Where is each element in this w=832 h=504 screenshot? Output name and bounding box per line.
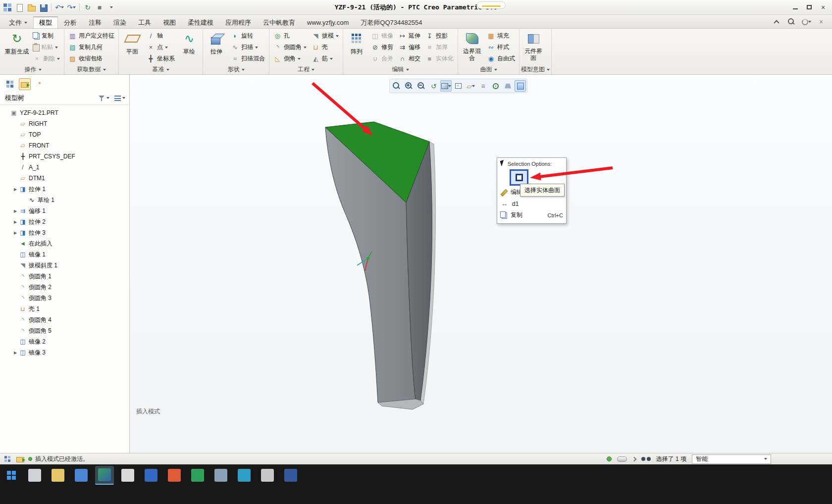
tab-tools[interactable]: 工具 [132, 16, 157, 28]
round-button[interactable]: ◝倒圆角 [271, 42, 309, 53]
popup-item-copy[interactable]: 复制 Ctrl+C [497, 209, 566, 221]
tree-item-mirror-2[interactable]: ◫镜像 2 [0, 336, 129, 347]
tree-settings-button[interactable] [114, 96, 125, 101]
tab-yzf-qq[interactable]: 万老师QQ734482554 [355, 16, 428, 28]
select-solid-surface-button[interactable] [510, 169, 528, 186]
offset-button[interactable]: ⇉偏移 [396, 42, 423, 53]
start-button[interactable] [2, 466, 21, 485]
tree-item-top-plane[interactable]: ▱TOP [0, 129, 129, 140]
udf-button[interactable]: ▥用户定义特征 [66, 30, 117, 42]
extrude-button[interactable]: 拉伸 [205, 29, 228, 56]
tree-item-round-4[interactable]: ◝倒圆角 4 [0, 314, 129, 325]
rib-button[interactable]: ◭筋 [309, 53, 341, 64]
boundary-blend-button[interactable]: 边界混合 [460, 29, 484, 62]
datum-point-button[interactable]: ×点 [144, 42, 177, 53]
group-label-shapes[interactable]: 形状 [205, 65, 267, 74]
expander-icon[interactable]: ▶ [12, 351, 19, 355]
tree-item-offset-1[interactable]: ▶⇉偏移 1 [0, 205, 129, 216]
toggle-browser-button[interactable] [15, 454, 25, 464]
copy-button[interactable]: 复制 [30, 30, 62, 42]
tree-item-sketch-1[interactable]: ∿草绘 1 [0, 195, 129, 205]
folder-navigator-button[interactable] [19, 78, 31, 90]
tree-item-round-5[interactable]: ◝倒圆角 5 [0, 325, 129, 336]
redo-button[interactable]: ↷ [66, 2, 77, 13]
regenerate-button[interactable]: ↻ 重新生成 [3, 29, 30, 56]
tree-item-front-plane[interactable]: ▱FRONT [0, 140, 129, 151]
tab-analysis[interactable]: 分析 [58, 16, 83, 28]
intersect-button[interactable]: ∩相交 [396, 53, 423, 64]
close-button[interactable]: × [816, 2, 830, 12]
tree-item-insert-here[interactable]: ◄在此插入 [0, 238, 129, 249]
group-label-get-data[interactable]: 获取数据 [66, 65, 117, 74]
tab-view[interactable]: 视图 [157, 16, 182, 28]
shrinkwrap-button[interactable]: ▨收缩包络 [66, 53, 117, 64]
tab-yzf-site[interactable]: www.yzfjy.com [301, 16, 355, 28]
repaint-button[interactable]: ↺ [428, 80, 439, 92]
extend-button[interactable]: ↦延伸 [396, 30, 423, 42]
revolve-button[interactable]: ◗旋转 [228, 30, 267, 42]
model-viewport[interactable] [130, 75, 832, 453]
saved-orientations-button[interactable] [453, 80, 464, 92]
trim-button[interactable]: ⊘修剪 [368, 42, 396, 53]
taskbar-app-icon[interactable] [258, 466, 277, 485]
solidify-button[interactable]: ■实体化 [423, 53, 456, 64]
expander-icon[interactable]: ▶ [12, 220, 19, 224]
project-button[interactable]: ↧投影 [423, 30, 456, 42]
window-switch-button[interactable]: ■ [94, 2, 105, 13]
popup-item-dimension[interactable]: ↔ d1 [497, 198, 566, 209]
group-label-engineering[interactable]: 工程 [271, 65, 341, 74]
group-label-operations[interactable]: 操作 [3, 65, 62, 74]
swept-blend-button[interactable]: ≈扫描混合 [228, 53, 267, 64]
sync-button[interactable] [801, 17, 811, 26]
save-button[interactable] [38, 2, 49, 13]
app-menu-button[interactable] [2, 2, 13, 13]
fill-button[interactable]: ▦填充 [484, 30, 518, 42]
tab-yzf-edu[interactable]: 云中帆教育 [257, 16, 301, 28]
regenerate-quick-button[interactable]: ↻ [82, 2, 93, 13]
tree-item-round-1[interactable]: ◝倒圆角 1 [0, 271, 129, 282]
find-icon[interactable] [641, 456, 651, 462]
tree-item-shell-1[interactable]: ⊔壳 1 [0, 303, 129, 314]
tree-item-csys[interactable]: ╋PRT_CSYS_DEF [0, 151, 129, 162]
tab-annotate[interactable]: 注释 [83, 16, 107, 28]
display-style-button[interactable] [440, 80, 452, 92]
mirror-button[interactable]: ◫镜像 [368, 30, 396, 42]
taskbar-app-icon[interactable] [211, 466, 230, 485]
tree-item-mirror-1[interactable]: ◫镜像 1 [0, 249, 129, 260]
group-label-datum[interactable]: 基准 [120, 65, 201, 74]
tree-item-round-3[interactable]: ◝倒圆角 3 [0, 293, 129, 303]
undo-button[interactable]: ↶ [54, 2, 65, 13]
paste-button[interactable]: 粘贴 [30, 42, 62, 53]
thicken-button[interactable]: ≡加厚 [423, 42, 456, 53]
group-label-editing[interactable]: 编辑 [345, 65, 456, 74]
maximize-button[interactable] [802, 2, 816, 12]
tab-render[interactable]: 渲染 [107, 16, 132, 28]
shell-button[interactable]: ⊔壳 [309, 42, 341, 53]
datum-csys-button[interactable]: ╋坐标系 [144, 53, 177, 64]
taskbar-app-icon[interactable] [165, 466, 184, 485]
delete-button[interactable]: ×删除 [30, 53, 62, 64]
chamfer-button[interactable]: ◺倒角 [271, 53, 309, 64]
tree-item-extrude-2[interactable]: ▶◨拉伸 2 [0, 216, 129, 227]
annotation-display-button[interactable]: ≡ [477, 80, 489, 92]
sketch-button[interactable]: ∿ 草绘 [177, 29, 201, 56]
selection-filter-combobox[interactable]: 智能 [692, 454, 771, 464]
show-tree-button[interactable] [4, 78, 16, 90]
tree-item-axis[interactable]: /A_1 [0, 162, 129, 173]
expander-icon[interactable]: ▶ [12, 187, 19, 192]
tree-item-extrude-1[interactable]: ▶◨拉伸 1 [0, 184, 129, 195]
datum-axis-button[interactable]: /轴 [144, 30, 177, 42]
close-ribbon-button[interactable]: × [816, 17, 826, 26]
datum-display-button[interactable]: ▱ [465, 80, 476, 92]
taskbar-app-icon[interactable] [142, 466, 160, 485]
customize-toolbar-button[interactable] [106, 2, 117, 13]
taskbar-app-icon[interactable] [95, 466, 114, 485]
tree-item-extrude-3[interactable]: ▶◨拉伸 3 [0, 227, 129, 238]
tab-flexible-modeling[interactable]: 柔性建模 [182, 16, 219, 28]
sweep-button[interactable]: ∿扫描 [228, 42, 267, 53]
toggle-tree-button[interactable] [2, 454, 12, 464]
graphics-area[interactable]: ↺ ▱ ≡ [130, 75, 832, 453]
favorites-button[interactable]: * [34, 78, 46, 90]
merge-button[interactable]: ∪合并 [368, 53, 396, 64]
tab-file[interactable]: 文件 [3, 16, 33, 28]
